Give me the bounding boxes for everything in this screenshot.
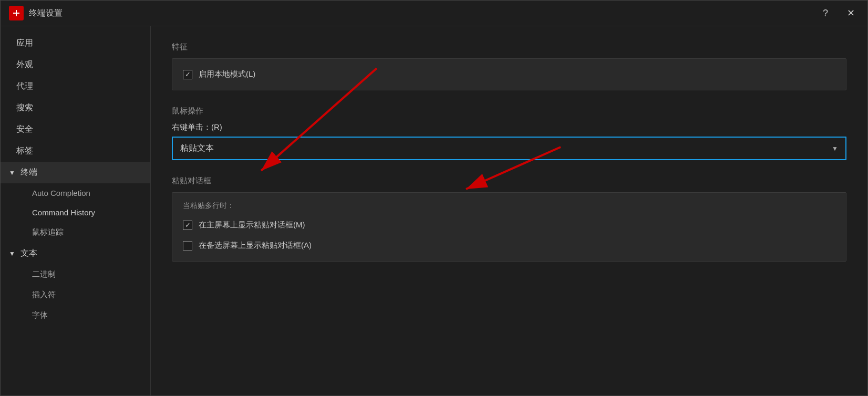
right-click-value: 粘贴文本 [180,143,214,154]
paste-sub-label: 当粘贴多行时： [183,201,835,211]
window-title: 终端设置 [29,8,63,19]
paste-checkbox-group: 在主屏幕上显示粘贴对话框(M) 在备选屏幕上显示粘贴对话框(A) [183,218,835,253]
features-title: 特征 [172,42,846,52]
sidebar-group-terminal[interactable]: ▼ 终端 [1,162,150,183]
paste-section: 粘贴对话框 当粘贴多行时： 在主屏幕上显示粘贴对话框(M) 在备选屏幕上显示粘贴… [172,176,846,262]
title-bar: 终端设置 ? ✕ [1,1,867,26]
paste-alt-screen-label: 在备选屏幕上显示粘贴对话框(A) [199,241,312,251]
main-content: 应用 外观 代理 搜索 安全 标签 ▼ 终端 Auto Completion [1,26,867,395]
right-click-select-wrapper: 粘贴文本 ▼ [172,137,846,160]
paste-main-screen-checkbox[interactable] [183,221,192,230]
sidebar-group-text[interactable]: ▼ 文本 [1,243,150,264]
sidebar-item-proxy[interactable]: 代理 [1,76,150,97]
sidebar-item-search[interactable]: 搜索 [1,97,150,119]
content-area: 特征 启用本地模式(L) 鼠标操作 右键单击：(R) 粘贴文本 ▼ [151,26,867,395]
sidebar: 应用 外观 代理 搜索 安全 标签 ▼ 终端 Auto Completion [1,26,150,395]
svg-rect-2 [16,10,17,16]
sidebar-subitem-font[interactable]: 字体 [1,305,150,326]
paste-sub-box: 当粘贴多行时： 在主屏幕上显示粘贴对话框(M) 在备选屏幕上显示粘贴对话框(A) [172,192,846,262]
mouse-section: 鼠标操作 右键单击：(R) 粘贴文本 ▼ [172,106,846,160]
help-button[interactable]: ? [819,6,832,21]
sidebar-subitem-mouse-tracking[interactable]: 鼠标追踪 [1,222,150,243]
chevron-down-icon: ▼ [9,169,15,176]
sidebar-item-app[interactable]: 应用 [1,33,150,54]
paste-alt-screen-row: 在备选屏幕上显示粘贴对话框(A) [183,238,835,253]
chevron-down-icon-text: ▼ [9,250,15,257]
close-button[interactable]: ✕ [843,5,859,21]
paste-title: 粘贴对话框 [172,176,846,186]
mouse-title: 鼠标操作 [172,106,846,116]
title-bar-right: ? ✕ [819,5,859,21]
right-click-label: 右键单击：(R) [172,122,846,132]
features-box: 启用本地模式(L) [172,58,846,90]
features-section: 特征 启用本地模式(L) [172,42,846,90]
sidebar-subitem-binary[interactable]: 二进制 [1,264,150,285]
paste-alt-screen-checkbox[interactable] [183,241,192,251]
local-mode-label: 启用本地模式(L) [199,69,255,79]
sidebar-item-security[interactable]: 安全 [1,119,150,140]
paste-main-screen-label: 在主屏幕上显示粘贴对话框(M) [199,220,305,230]
right-click-select[interactable]: 粘贴文本 ▼ [172,137,846,160]
main-window: 终端设置 ? ✕ 应用 外观 代理 搜索 安全 [0,0,868,396]
app-icon [9,6,24,20]
paste-main-screen-row: 在主屏幕上显示粘贴对话框(M) [183,218,835,232]
title-bar-left: 终端设置 [9,6,63,20]
local-mode-row: 启用本地模式(L) [183,67,835,81]
sidebar-subitem-command-history[interactable]: Command History [1,203,150,222]
local-mode-checkbox[interactable] [183,70,192,79]
sidebar-item-appearance[interactable]: 外观 [1,54,150,76]
sidebar-subitem-cursor[interactable]: 插入符 [1,285,150,305]
sidebar-subitem-auto-completion[interactable]: Auto Completion [1,183,150,203]
sidebar-item-tabs[interactable]: 标签 [1,140,150,162]
select-arrow-icon: ▼ [832,145,838,152]
